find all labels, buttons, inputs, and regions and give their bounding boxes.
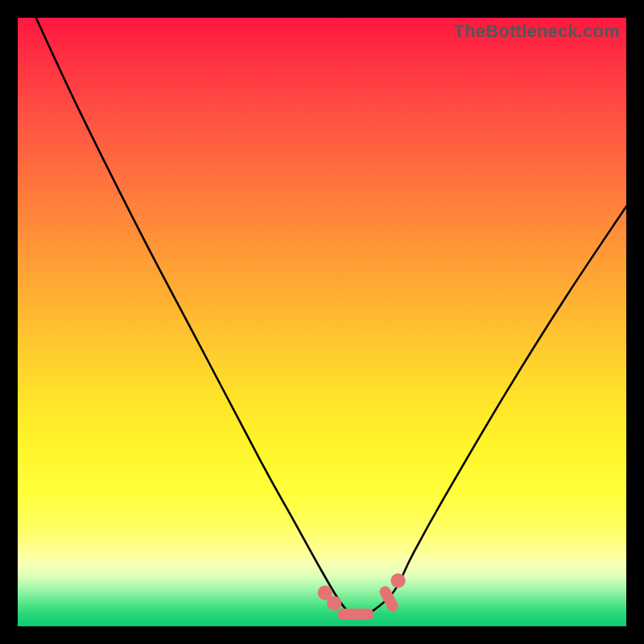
chart-frame: TheBottleneck.com bbox=[0, 0, 644, 644]
valley-marker bbox=[337, 609, 374, 620]
curve-layer bbox=[18, 18, 626, 626]
plot-area: TheBottleneck.com bbox=[18, 18, 626, 626]
valley-marker bbox=[390, 573, 405, 588]
bottleneck-curve bbox=[36, 18, 626, 615]
valley-marker bbox=[327, 596, 341, 610]
valley-markers bbox=[318, 573, 406, 619]
